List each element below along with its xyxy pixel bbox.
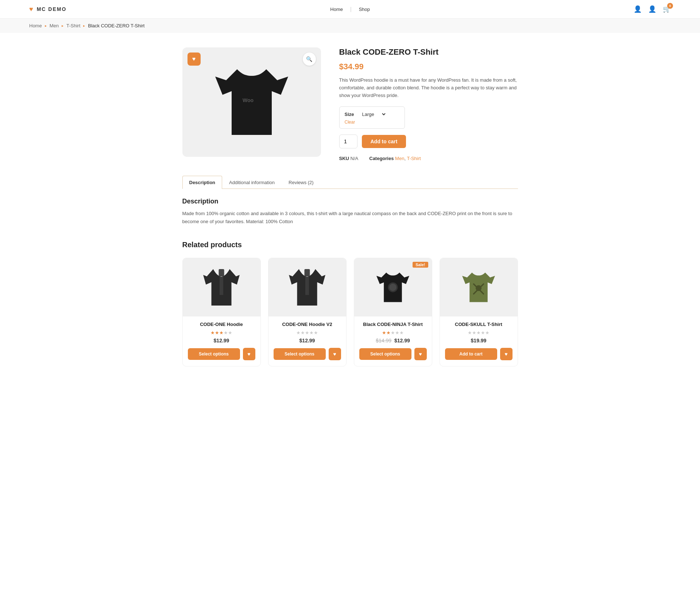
product-card-4-title: CODE-SKULL T-Shirt: [445, 322, 513, 327]
quantity-input[interactable]: [339, 135, 357, 148]
clear-size-link[interactable]: Clear: [345, 120, 399, 125]
header-icons: 👤 👤 🛒 0: [634, 5, 671, 13]
wishlist-card-button-2[interactable]: ♥: [329, 348, 341, 360]
product-card-2-image: [268, 258, 346, 316]
breadcrumb-sep-1: ▸: [45, 24, 47, 28]
wishlist-card-button-4[interactable]: ♥: [500, 348, 513, 360]
product-meta: SKU N/A Categories Men, T-Shirt: [339, 156, 518, 161]
breadcrumb-sep-2: ▸: [62, 24, 63, 28]
breadcrumb-current: Black CODE-ZERO T-Shirt: [88, 23, 144, 28]
category-tshirt[interactable]: T-Shirt: [407, 156, 421, 161]
product-card-3-actions: Select options ♥: [359, 348, 427, 360]
product-price: $34.99: [339, 62, 518, 71]
select-options-button-3[interactable]: Select options: [359, 348, 411, 360]
product-card-1: CODE-ONE Hoodie ★★★★★ $12.99 Select opti…: [182, 258, 261, 366]
related-products-section: Related products CODE-ONE Hoodie ★★★★★ $…: [175, 241, 525, 366]
tabs-section: Description Additional information Revie…: [175, 176, 525, 226]
cart-row: Add to cart: [339, 135, 518, 148]
tshirt-skull-icon: [462, 267, 495, 307]
add-to-cart-button-4[interactable]: Add to cart: [445, 348, 497, 360]
product-description: This WordPress hoodie is a must have for…: [339, 77, 518, 99]
breadcrumb: Home ▸ Men ▸ T-Shirt ▸ Black CODE-ZERO T…: [0, 19, 700, 33]
wishlist-card-button-3[interactable]: ♥: [414, 348, 427, 360]
description-heading: Description: [182, 198, 518, 205]
product-card-3: Sale! Black CODE-NINJA T-Shirt ★★★★★ $14…: [354, 258, 432, 366]
tab-description[interactable]: Description: [182, 176, 223, 189]
sku-label: SKU: [339, 156, 349, 161]
product-card-4: CODE-SKULL T-Shirt ★★★★★ $19.99 Add to c…: [440, 258, 518, 366]
account-icon[interactable]: 👤: [634, 5, 642, 13]
svg-rect-2: [220, 277, 223, 295]
size-select[interactable]: Large Small Medium XL: [359, 110, 387, 118]
product-image-container: ♥ 🔍 Woo: [182, 47, 321, 157]
site-header: ♥ MC DEMO Home | Shop 👤 👤 🛒 0: [0, 0, 700, 19]
product-card-1-price: $12.99: [188, 338, 255, 343]
logo-text: MC DEMO: [37, 6, 67, 12]
product-info: Black CODE-ZERO T-Shirt $34.99 This Word…: [339, 47, 518, 161]
category-men[interactable]: Men: [395, 156, 404, 161]
product-card-4-actions: Add to cart ♥: [445, 348, 513, 360]
svg-rect-1: [219, 269, 224, 276]
product-card-4-image: [440, 258, 518, 316]
cart-icon[interactable]: 🛒 0: [663, 5, 671, 13]
svg-rect-3: [305, 269, 310, 276]
product-card-3-price: $14.99 $12.99: [359, 338, 427, 343]
size-selector-box: Size Large Small Medium XL Clear: [339, 106, 405, 129]
product-image: Woo: [215, 62, 288, 142]
categories-meta: Categories Men, T-Shirt: [369, 156, 421, 161]
product-card-4-stars: ★★★★★: [445, 330, 513, 335]
product-zoom-button[interactable]: 🔍: [303, 53, 316, 66]
product-card-3-new-price: $12.99: [394, 338, 410, 343]
wishlist-card-button-1[interactable]: ♥: [243, 348, 255, 360]
product-card-4-body: CODE-SKULL T-Shirt ★★★★★ $19.99 Add to c…: [440, 316, 518, 366]
hoodie-1-icon: [203, 265, 240, 309]
select-options-button-1[interactable]: Select options: [188, 348, 240, 360]
product-card-2-actions: Select options ♥: [274, 348, 341, 360]
breadcrumb-men[interactable]: Men: [50, 23, 59, 28]
product-card-2-title: CODE-ONE Hoodie V2: [274, 322, 341, 327]
product-card-1-body: CODE-ONE Hoodie ★★★★★ $12.99 Select opti…: [183, 316, 260, 366]
product-tabs: Description Additional information Revie…: [182, 176, 518, 189]
main-nav: Home | Shop: [330, 6, 370, 12]
breadcrumb-sep-3: ▸: [83, 24, 85, 28]
size-label: Size: [345, 112, 354, 117]
product-card-3-title: Black CODE-NINJA T-Shirt: [359, 322, 427, 327]
nav-divider: |: [350, 6, 352, 12]
product-card-1-actions: Select options ♥: [188, 348, 255, 360]
breadcrumb-tshirt[interactable]: T-Shirt: [66, 23, 80, 28]
tshirt-ninja-icon: [376, 267, 409, 307]
product-card-2: CODE-ONE Hoodie V2 ★★★★★ $12.99 Select o…: [268, 258, 347, 366]
cart-badge: 0: [667, 3, 673, 9]
product-card-1-title: CODE-ONE Hoodie: [188, 322, 255, 327]
products-grid: CODE-ONE Hoodie ★★★★★ $12.99 Select opti…: [182, 258, 518, 366]
wishlist-icon[interactable]: 👤: [648, 5, 656, 13]
product-card-3-body: Black CODE-NINJA T-Shirt ★★★★★ $14.99 $1…: [354, 316, 432, 366]
tab-content-description: Description Made from 100% organic cotto…: [182, 198, 518, 226]
svg-text:Woo: Woo: [243, 97, 254, 103]
product-card-2-stars: ★★★★★: [274, 330, 341, 335]
description-text: Made from 100% organic cotton and availa…: [182, 210, 518, 226]
svg-point-9: [476, 285, 482, 291]
breadcrumb-home[interactable]: Home: [29, 23, 42, 28]
sku-val: N/A: [351, 156, 359, 161]
product-card-3-stars: ★★★★★: [359, 330, 427, 335]
nav-shop[interactable]: Shop: [359, 7, 370, 12]
sale-badge: Sale!: [413, 262, 428, 268]
tab-reviews[interactable]: Reviews (2): [282, 176, 321, 189]
product-card-3-old-price: $14.99: [376, 338, 391, 343]
site-logo[interactable]: ♥ MC DEMO: [29, 5, 66, 13]
product-card-3-image: Sale!: [354, 258, 432, 316]
related-products-title: Related products: [182, 241, 518, 249]
tab-additional-info[interactable]: Additional information: [222, 176, 282, 189]
select-options-button-2[interactable]: Select options: [274, 348, 326, 360]
add-to-cart-button[interactable]: Add to cart: [362, 135, 406, 148]
svg-rect-4: [305, 277, 309, 295]
hoodie-2-icon: [289, 265, 325, 309]
product-card-2-body: CODE-ONE Hoodie V2 ★★★★★ $12.99 Select o…: [268, 316, 346, 366]
product-card-1-image: [183, 258, 260, 316]
product-card-4-price: $19.99: [445, 338, 513, 343]
svg-point-6: [389, 284, 397, 291]
product-card-2-price: $12.99: [274, 338, 341, 343]
product-wishlist-button[interactable]: ♥: [187, 53, 201, 66]
nav-home[interactable]: Home: [330, 7, 343, 12]
